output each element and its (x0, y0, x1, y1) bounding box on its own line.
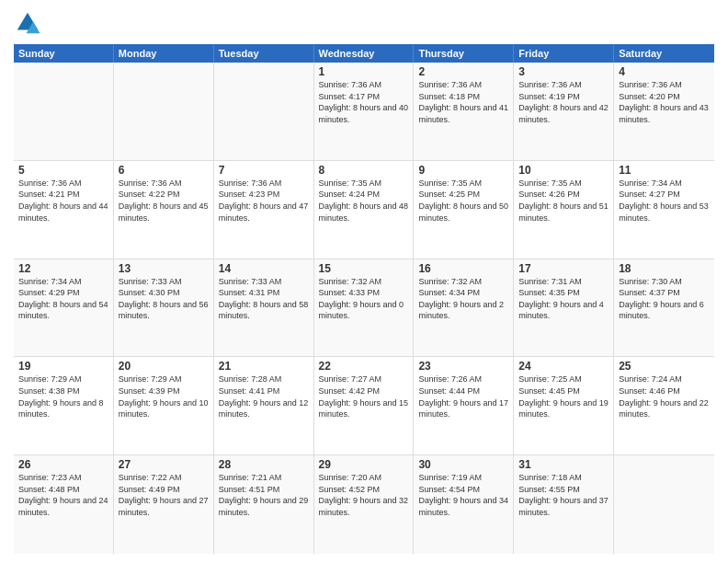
calendar-cell: 2Sunrise: 7:36 AM Sunset: 4:18 PM Daylig… (414, 63, 514, 160)
cell-info: Sunrise: 7:36 AM Sunset: 4:23 PM Dayligh… (219, 178, 309, 224)
cell-info: Sunrise: 7:35 AM Sunset: 4:24 PM Dayligh… (319, 178, 409, 224)
calendar-cell (214, 63, 314, 160)
logo-icon (14, 9, 41, 37)
cell-day-number: 31 (518, 458, 609, 471)
cell-info: Sunrise: 7:19 AM Sunset: 4:54 PM Dayligh… (418, 472, 508, 518)
calendar-cell: 9Sunrise: 7:35 AM Sunset: 4:25 PM Daylig… (414, 161, 514, 259)
cell-info: Sunrise: 7:33 AM Sunset: 4:30 PM Dayligh… (119, 276, 209, 322)
cell-day-number: 3 (518, 65, 609, 78)
calendar-cell: 5Sunrise: 7:36 AM Sunset: 4:21 PM Daylig… (14, 161, 114, 259)
calendar-cell: 28Sunrise: 7:21 AM Sunset: 4:51 PM Dayli… (214, 455, 314, 554)
cell-info: Sunrise: 7:27 AM Sunset: 4:42 PM Dayligh… (319, 373, 409, 419)
calendar-header-cell: Monday (114, 44, 214, 63)
cell-info: Sunrise: 7:25 AM Sunset: 4:45 PM Dayligh… (518, 373, 609, 419)
calendar-cell: 23Sunrise: 7:26 AM Sunset: 4:44 PM Dayli… (414, 357, 514, 454)
cell-day-number: 9 (418, 164, 508, 177)
calendar-header-row: SundayMondayTuesdayWednesdayThursdayFrid… (14, 44, 714, 63)
calendar-header-cell: Saturday (614, 44, 714, 63)
cell-info: Sunrise: 7:21 AM Sunset: 4:51 PM Dayligh… (219, 472, 309, 518)
cell-info: Sunrise: 7:32 AM Sunset: 4:33 PM Dayligh… (319, 276, 409, 322)
cell-day-number: 30 (418, 458, 508, 471)
calendar-cell: 25Sunrise: 7:24 AM Sunset: 4:46 PM Dayli… (614, 357, 714, 454)
calendar-cell: 19Sunrise: 7:29 AM Sunset: 4:38 PM Dayli… (14, 357, 114, 454)
calendar-cell: 14Sunrise: 7:33 AM Sunset: 4:31 PM Dayli… (214, 259, 314, 357)
cell-info: Sunrise: 7:33 AM Sunset: 4:31 PM Dayligh… (219, 276, 309, 322)
cell-day-number: 5 (18, 164, 108, 177)
cell-info: Sunrise: 7:31 AM Sunset: 4:35 PM Dayligh… (518, 276, 609, 322)
calendar-header-cell: Tuesday (214, 44, 314, 63)
calendar-cell: 17Sunrise: 7:31 AM Sunset: 4:35 PM Dayli… (514, 259, 614, 357)
cell-info: Sunrise: 7:24 AM Sunset: 4:46 PM Dayligh… (619, 373, 710, 419)
cell-info: Sunrise: 7:26 AM Sunset: 4:44 PM Dayligh… (418, 373, 508, 419)
calendar-header-cell: Wednesday (314, 44, 415, 63)
cell-day-number: 27 (119, 458, 209, 471)
cell-day-number: 14 (219, 262, 309, 275)
cell-day-number: 7 (219, 164, 309, 177)
calendar-cell: 10Sunrise: 7:35 AM Sunset: 4:26 PM Dayli… (514, 161, 614, 259)
calendar-cell: 20Sunrise: 7:29 AM Sunset: 4:39 PM Dayli… (114, 357, 214, 454)
cell-info: Sunrise: 7:29 AM Sunset: 4:39 PM Dayligh… (119, 373, 209, 419)
calendar-cell: 8Sunrise: 7:35 AM Sunset: 4:24 PM Daylig… (314, 161, 415, 259)
cell-info: Sunrise: 7:23 AM Sunset: 4:48 PM Dayligh… (18, 472, 108, 518)
cell-day-number: 2 (418, 65, 508, 78)
cell-day-number: 19 (18, 360, 108, 373)
cell-day-number: 24 (518, 360, 609, 373)
cell-day-number: 26 (18, 458, 108, 471)
calendar-cell (114, 63, 214, 160)
cell-day-number: 8 (319, 164, 409, 177)
cell-info: Sunrise: 7:36 AM Sunset: 4:21 PM Dayligh… (18, 178, 108, 224)
cell-day-number: 17 (518, 262, 609, 275)
cell-info: Sunrise: 7:36 AM Sunset: 4:19 PM Dayligh… (518, 79, 609, 125)
logo (14, 9, 45, 37)
calendar-cell: 18Sunrise: 7:30 AM Sunset: 4:37 PM Dayli… (614, 259, 714, 357)
calendar-header-cell: Sunday (14, 44, 114, 63)
calendar-cell: 21Sunrise: 7:28 AM Sunset: 4:41 PM Dayli… (214, 357, 314, 454)
calendar-cell: 11Sunrise: 7:34 AM Sunset: 4:27 PM Dayli… (614, 161, 714, 259)
cell-day-number: 18 (619, 262, 710, 275)
calendar-week: 19Sunrise: 7:29 AM Sunset: 4:38 PM Dayli… (14, 357, 714, 455)
calendar-cell: 1Sunrise: 7:36 AM Sunset: 4:17 PM Daylig… (314, 63, 415, 160)
cell-day-number: 16 (418, 262, 508, 275)
calendar-cell: 4Sunrise: 7:36 AM Sunset: 4:20 PM Daylig… (614, 63, 714, 160)
calendar-cell: 7Sunrise: 7:36 AM Sunset: 4:23 PM Daylig… (214, 161, 314, 259)
cell-day-number: 20 (119, 360, 209, 373)
calendar-cell: 24Sunrise: 7:25 AM Sunset: 4:45 PM Dayli… (514, 357, 614, 454)
calendar: SundayMondayTuesdayWednesdayThursdayFrid… (14, 44, 714, 554)
cell-info: Sunrise: 7:34 AM Sunset: 4:27 PM Dayligh… (619, 178, 710, 224)
cell-info: Sunrise: 7:36 AM Sunset: 4:20 PM Dayligh… (619, 79, 710, 125)
cell-day-number: 4 (619, 65, 710, 78)
calendar-cell: 16Sunrise: 7:32 AM Sunset: 4:34 PM Dayli… (414, 259, 514, 357)
cell-info: Sunrise: 7:22 AM Sunset: 4:49 PM Dayligh… (119, 472, 209, 518)
calendar-header-cell: Thursday (414, 44, 514, 63)
cell-day-number: 6 (119, 164, 209, 177)
calendar-cell (614, 455, 714, 554)
cell-day-number: 21 (219, 360, 309, 373)
calendar-week: 5Sunrise: 7:36 AM Sunset: 4:21 PM Daylig… (14, 161, 714, 259)
cell-info: Sunrise: 7:30 AM Sunset: 4:37 PM Dayligh… (619, 276, 710, 322)
cell-info: Sunrise: 7:36 AM Sunset: 4:17 PM Dayligh… (319, 79, 409, 125)
calendar-cell: 30Sunrise: 7:19 AM Sunset: 4:54 PM Dayli… (414, 455, 514, 554)
cell-info: Sunrise: 7:35 AM Sunset: 4:26 PM Dayligh… (518, 178, 609, 224)
cell-info: Sunrise: 7:35 AM Sunset: 4:25 PM Dayligh… (418, 178, 508, 224)
calendar-cell: 31Sunrise: 7:18 AM Sunset: 4:55 PM Dayli… (514, 455, 614, 554)
cell-info: Sunrise: 7:18 AM Sunset: 4:55 PM Dayligh… (518, 472, 609, 518)
cell-info: Sunrise: 7:20 AM Sunset: 4:52 PM Dayligh… (319, 472, 409, 518)
cell-day-number: 23 (418, 360, 508, 373)
calendar-cell: 6Sunrise: 7:36 AM Sunset: 4:22 PM Daylig… (114, 161, 214, 259)
calendar-cell: 3Sunrise: 7:36 AM Sunset: 4:19 PM Daylig… (514, 63, 614, 160)
header (14, 9, 714, 37)
cell-day-number: 15 (319, 262, 409, 275)
calendar-header-cell: Friday (514, 44, 614, 63)
calendar-cell: 29Sunrise: 7:20 AM Sunset: 4:52 PM Dayli… (314, 455, 415, 554)
calendar-cell: 27Sunrise: 7:22 AM Sunset: 4:49 PM Dayli… (114, 455, 214, 554)
cell-day-number: 29 (319, 458, 409, 471)
calendar-week: 12Sunrise: 7:34 AM Sunset: 4:29 PM Dayli… (14, 259, 714, 358)
calendar-cell: 13Sunrise: 7:33 AM Sunset: 4:30 PM Dayli… (114, 259, 214, 357)
cell-info: Sunrise: 7:36 AM Sunset: 4:22 PM Dayligh… (119, 178, 209, 224)
calendar-cell: 12Sunrise: 7:34 AM Sunset: 4:29 PM Dayli… (14, 259, 114, 357)
calendar-cell: 15Sunrise: 7:32 AM Sunset: 4:33 PM Dayli… (314, 259, 415, 357)
cell-day-number: 25 (619, 360, 710, 373)
calendar-week: 26Sunrise: 7:23 AM Sunset: 4:48 PM Dayli… (14, 455, 714, 554)
cell-day-number: 1 (319, 65, 409, 78)
cell-info: Sunrise: 7:29 AM Sunset: 4:38 PM Dayligh… (18, 373, 108, 419)
